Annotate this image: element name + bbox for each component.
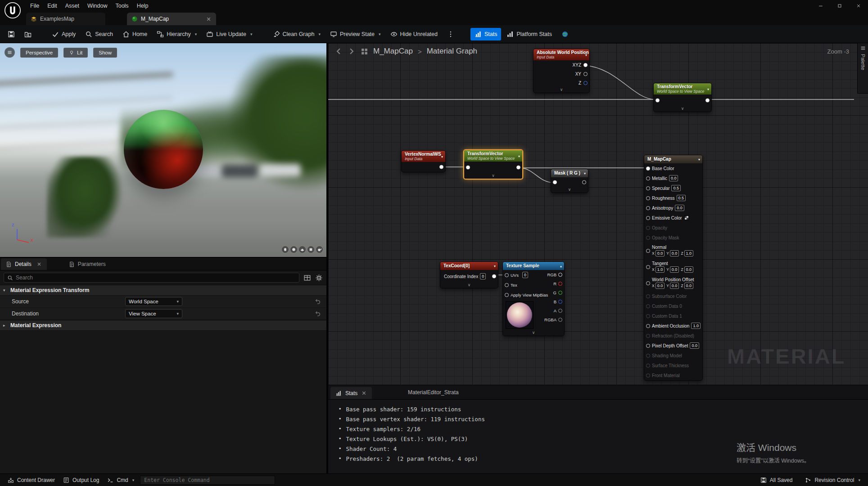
vector-y-value[interactable]: 0.0 (670, 266, 679, 273)
vector-y-value[interactable]: 0.0 (670, 283, 679, 289)
tab-m-mapcap[interactable]: M_MapCap (127, 13, 216, 25)
menu-item[interactable]: Tools (111, 0, 132, 12)
material-pin-row[interactable]: Metallic0.0 (644, 173, 702, 183)
pin-icon[interactable] (646, 364, 650, 368)
console-command-input[interactable] (144, 477, 271, 483)
pin-icon[interactable] (646, 344, 650, 348)
pin-value[interactable]: 1.0 (691, 323, 701, 329)
unreal-engine-logo-icon[interactable] (4, 2, 21, 19)
material-graph-canvas[interactable]: Absolute World Position Input Data XYZ X… (328, 43, 868, 385)
pin-value[interactable]: 0.0 (690, 342, 699, 349)
pin-icon[interactable] (646, 249, 650, 253)
breadcrumb-root[interactable]: M_MapCap (373, 47, 413, 56)
pin-icon[interactable] (646, 354, 650, 358)
material-pin-row[interactable]: Base Color (644, 163, 702, 173)
output-pin-icon[interactable] (558, 300, 562, 304)
material-pin-row[interactable]: Front Material (644, 370, 702, 380)
material-pin-row[interactable]: Ambient Occlusion1.0 (644, 321, 702, 331)
toolbar-button-apply[interactable]: Apply (48, 28, 80, 40)
node-texture-sample[interactable]: Texture Sample UVs 0 Tex (502, 261, 565, 336)
material-pin-row[interactable]: Pixel Depth Offset0.0 (644, 341, 702, 351)
wire[interactable] (584, 65, 655, 99)
forward-arrow-icon[interactable] (348, 47, 356, 55)
show-button[interactable]: Show (93, 48, 117, 58)
menu-item[interactable]: File (26, 0, 43, 12)
gear-icon[interactable] (315, 274, 323, 282)
output-log-button[interactable]: Output Log (59, 474, 103, 486)
collapse-chevron-icon[interactable] (654, 106, 711, 112)
property-dropdown[interactable]: World Space (125, 297, 182, 306)
revision-control-button[interactable]: Revision Control (801, 474, 864, 486)
output-pin-icon[interactable] (439, 165, 443, 169)
pin-icon[interactable] (646, 226, 650, 230)
collapse-chevron-icon[interactable] (551, 187, 588, 193)
pin-value[interactable]: 0.0 (675, 205, 684, 211)
palette-side-tab[interactable]: Palette (857, 43, 868, 94)
toolbar-button-preview-state[interactable]: Preview State (326, 28, 385, 40)
toolbar-button-live-update[interactable]: Live Update (202, 28, 256, 40)
node-material-result[interactable]: M_MapCap Base Color (644, 155, 703, 381)
pin-icon[interactable] (646, 196, 650, 200)
material-pin-row[interactable]: Subsurface Color (644, 291, 702, 301)
output-pin-icon[interactable] (705, 99, 710, 103)
toolbar-button-overflow[interactable] (443, 28, 458, 40)
pin-icon[interactable] (646, 265, 650, 269)
collapse-chevron-icon[interactable] (440, 283, 498, 288)
vector-x-value[interactable]: 1.0 (656, 266, 665, 273)
material-pin-row[interactable]: Roughness0.5 (644, 193, 702, 203)
pin-icon[interactable] (646, 374, 650, 378)
pin-value[interactable]: 0.5 (671, 185, 681, 191)
toolbar-button-browse[interactable] (20, 28, 36, 40)
reset-to-default-icon[interactable] (315, 298, 321, 305)
input-value[interactable]: 0 (522, 272, 528, 278)
vector-z-value[interactable]: 1.0 (684, 250, 694, 256)
property-dropdown[interactable]: View Space (125, 309, 182, 318)
close-tab-icon[interactable] (361, 390, 367, 396)
material-pin-row[interactable]: World Position Offset X0.0Y0.0Z0.0 (644, 275, 702, 291)
wire[interactable] (519, 168, 554, 183)
console-command-box[interactable] (140, 476, 275, 485)
close-tab-icon[interactable] (206, 16, 212, 22)
material-pin-row[interactable]: Anisotropy0.0 (644, 203, 702, 213)
pin-icon[interactable] (646, 314, 650, 318)
output-pin-icon[interactable] (558, 282, 562, 286)
minimize-button[interactable] (811, 0, 830, 12)
node-header[interactable]: TransformVector World Space to View Spac… (654, 83, 711, 94)
input-pin-icon[interactable] (466, 166, 470, 170)
pin-icon[interactable] (646, 304, 650, 308)
content-drawer-button[interactable]: Content Drawer (4, 474, 59, 486)
texture-preview-thumbnail[interactable] (506, 301, 533, 329)
collapse-chevron-icon[interactable] (533, 87, 589, 93)
node-transform-vector-selected[interactable]: TransformVector World Space to View Spac… (463, 149, 523, 180)
input-pin-icon[interactable] (505, 293, 509, 297)
toolbar-button-home[interactable]: Home (118, 28, 151, 40)
pin-icon[interactable] (646, 216, 650, 220)
node-absolute-world-position[interactable]: Absolute World Position Input Data XYZ X… (533, 49, 590, 93)
node-header[interactable]: TransformVector World Space to View Spac… (464, 150, 522, 162)
node-header[interactable]: Absolute World Position Input Data (533, 49, 589, 60)
menu-item[interactable]: Window (83, 0, 111, 12)
viewport-menu-button[interactable] (5, 47, 15, 58)
node-header[interactable]: Mask ( R G ) (551, 169, 588, 177)
output-pin-icon[interactable] (558, 273, 562, 277)
graph-menu-icon[interactable] (860, 45, 866, 51)
output-pin-icon[interactable] (583, 72, 588, 76)
toolbar-button-platform-stats[interactable]: Platform Stats (502, 28, 556, 40)
collapse-chevron-icon[interactable] (503, 330, 564, 336)
output-pin-icon[interactable] (516, 166, 520, 170)
pin-icon[interactable] (646, 206, 650, 210)
input-pin-icon[interactable] (505, 273, 509, 277)
pin-icon[interactable] (646, 294, 650, 298)
back-arrow-icon[interactable] (335, 47, 343, 55)
pin-icon[interactable] (646, 281, 650, 285)
section-material-expression-transform[interactable]: ▾ Material Expression Transform (0, 285, 326, 296)
output-pin-icon[interactable] (558, 318, 562, 322)
pin-icon[interactable] (646, 334, 650, 338)
material-pin-row[interactable]: Emissive Color (644, 213, 702, 223)
section-material-expression[interactable]: ▸ Material Expression (0, 320, 326, 331)
material-pin-row[interactable]: Shading Model (644, 351, 702, 360)
toolbar-button-hide-unrelated[interactable]: Hide Unrelated (386, 28, 442, 40)
input-pin-icon[interactable] (656, 99, 660, 103)
preview-mesh-custom-button[interactable] (316, 246, 323, 253)
vector-y-value[interactable]: 0.0 (670, 250, 679, 256)
